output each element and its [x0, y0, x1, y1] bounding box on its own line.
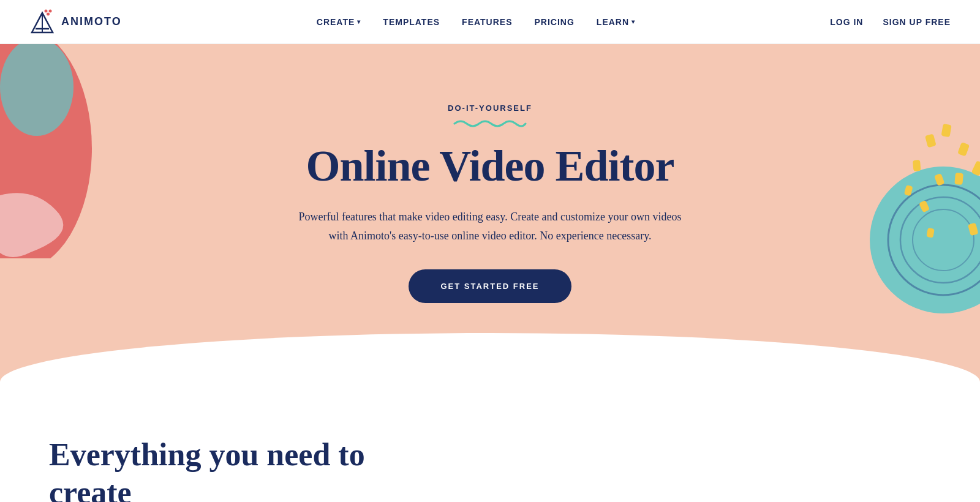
svg-point-9: [888, 185, 980, 295]
deco-top-right: [821, 81, 980, 350]
hero-title: Online Video Editor: [294, 142, 686, 190]
svg-point-1: [49, 9, 52, 12]
logo-icon: [29, 9, 55, 35]
navbar: ANIMOTO CREATE ▾ TEMPLATES FEATURES PRIC…: [0, 0, 980, 44]
chevron-down-icon: ▾: [357, 18, 361, 25]
chevron-down-icon: ▾: [631, 18, 635, 25]
features-heading: Everything you need to create stunning v…: [49, 436, 392, 502]
hero-section: DO-IT-YOURSELF Online Video Editor Power…: [0, 44, 980, 387]
nav-item-templates[interactable]: TEMPLATES: [383, 17, 440, 27]
svg-point-2: [47, 12, 50, 15]
nav-item-features[interactable]: FEATURES: [462, 17, 512, 27]
svg-rect-14: [957, 142, 970, 157]
svg-rect-18: [954, 173, 963, 185]
svg-rect-19: [904, 185, 913, 196]
features-section: Everything you need to create stunning v…: [0, 387, 980, 502]
nav-links: CREATE ▾ TEMPLATES FEATURES PRICING LEAR…: [317, 17, 635, 27]
login-link[interactable]: LOG IN: [830, 17, 863, 27]
svg-rect-15: [913, 160, 921, 171]
nav-auth: LOG IN SIGN UP FREE: [830, 17, 951, 27]
svg-point-10: [900, 197, 980, 283]
svg-rect-12: [925, 133, 937, 148]
svg-rect-22: [919, 200, 930, 212]
nav-item-pricing[interactable]: PRICING: [535, 17, 575, 27]
svg-point-8: [870, 167, 980, 313]
svg-rect-23: [926, 228, 934, 238]
squiggle-decoration: [453, 118, 527, 127]
deco-top-left: [0, 44, 92, 258]
hero-subtitle: Powerful features that make video editin…: [294, 208, 686, 245]
nav-item-learn[interactable]: LEARN ▾: [597, 17, 635, 27]
svg-rect-17: [934, 173, 944, 186]
get-started-button[interactable]: GET STARTED FREE: [409, 269, 571, 303]
svg-point-6: [0, 44, 92, 258]
nav-item-create[interactable]: CREATE ▾: [317, 17, 361, 27]
svg-point-0: [45, 9, 48, 12]
svg-point-11: [913, 209, 974, 271]
svg-rect-16: [971, 160, 980, 176]
svg-point-7: [0, 44, 74, 136]
logo[interactable]: ANIMOTO: [29, 9, 122, 35]
signup-link[interactable]: SIGN UP FREE: [883, 17, 951, 27]
hero-content: DO-IT-YOURSELF Online Video Editor Power…: [294, 103, 686, 303]
svg-rect-24: [968, 223, 978, 236]
svg-rect-13: [941, 124, 952, 137]
hero-eyebrow: DO-IT-YOURSELF: [294, 103, 686, 113]
